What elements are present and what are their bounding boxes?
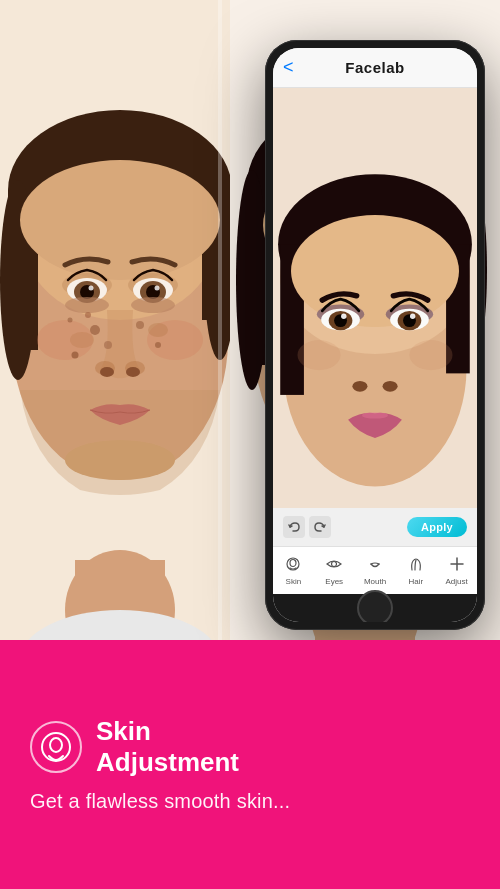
page-container: < Facelab [0, 0, 500, 889]
svg-point-11 [20, 160, 220, 280]
before-face [0, 0, 240, 640]
tab-mouth-label: Mouth [364, 577, 386, 586]
undo-redo-group [283, 516, 331, 538]
face-icon-circle [30, 721, 82, 773]
phone-title: Facelab [345, 59, 404, 76]
svg-point-92 [362, 412, 388, 418]
svg-point-101 [50, 738, 62, 752]
undo-button[interactable] [283, 516, 305, 538]
hair-icon [408, 556, 424, 575]
tab-eyes[interactable]: Eyes [314, 547, 355, 594]
svg-point-31 [72, 352, 79, 359]
mouth-icon [367, 556, 383, 575]
tab-adjust-label: Adjust [445, 577, 467, 586]
svg-point-79 [291, 215, 459, 327]
svg-point-32 [104, 341, 112, 349]
svg-point-91 [383, 381, 398, 392]
svg-point-93 [297, 340, 340, 370]
tab-adjust[interactable]: Adjust [436, 547, 477, 594]
svg-point-35 [136, 321, 144, 329]
svg-point-26 [100, 367, 114, 377]
phone-home-bar [273, 594, 477, 622]
svg-point-27 [126, 367, 140, 377]
svg-point-23 [131, 297, 175, 313]
center-split [218, 0, 222, 640]
svg-point-30 [90, 325, 100, 335]
bottom-section: Skin Adjustment Get a flawless smooth sk… [0, 640, 500, 889]
tab-skin-label: Skin [286, 577, 302, 586]
back-button[interactable]: < [283, 57, 294, 78]
phone-container: < Facelab [265, 40, 485, 630]
phone-screen: < Facelab [273, 48, 477, 622]
apply-button[interactable]: Apply [407, 517, 467, 537]
bottom-header: Skin Adjustment [30, 716, 470, 778]
bottom-subtitle: Get a flawless smooth skin... [30, 790, 470, 813]
adjust-icon [449, 556, 465, 575]
apply-row: Apply [273, 508, 477, 546]
phone-frame: < Facelab [265, 40, 485, 630]
tab-skin[interactable]: Skin [273, 547, 314, 594]
phone-tabs: Skin Eyes Mouth [273, 546, 477, 594]
tab-hair-label: Hair [408, 577, 423, 586]
home-button[interactable] [357, 590, 393, 622]
svg-point-47 [236, 170, 268, 390]
phone-navbar: < Facelab [273, 48, 477, 88]
svg-point-20 [89, 286, 94, 291]
svg-point-89 [410, 314, 415, 319]
svg-point-38 [148, 323, 168, 337]
svg-point-36 [155, 342, 161, 348]
svg-point-22 [65, 297, 109, 313]
tab-hair[interactable]: Hair [395, 547, 436, 594]
bottom-title: Skin Adjustment [96, 716, 239, 778]
tab-mouth[interactable]: Mouth [355, 547, 396, 594]
svg-point-37 [70, 332, 94, 348]
svg-point-97 [332, 561, 337, 566]
svg-point-88 [341, 314, 346, 319]
skin-icon [285, 556, 301, 575]
svg-point-34 [68, 318, 73, 323]
svg-point-33 [85, 312, 91, 318]
svg-point-90 [352, 381, 367, 392]
svg-point-21 [155, 286, 160, 291]
phone-image-area [273, 88, 477, 508]
tab-eyes-label: Eyes [325, 577, 343, 586]
photo-section: < Facelab [0, 0, 500, 640]
redo-button[interactable] [309, 516, 331, 538]
svg-point-94 [409, 340, 452, 370]
svg-point-96 [290, 559, 296, 566]
eyes-icon [326, 556, 342, 575]
